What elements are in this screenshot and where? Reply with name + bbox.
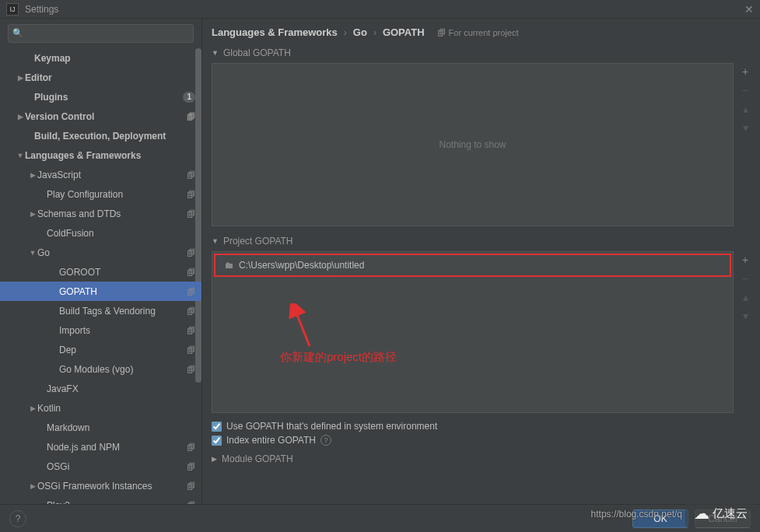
sidebar-item-go-modules-vgo-[interactable]: Go Modules (vgo)🗐 (0, 359, 201, 379)
sidebar-item-label: Imports (59, 325, 184, 336)
scope-icon: 🗐 (437, 28, 446, 37)
move-down-button[interactable]: ▾ (738, 309, 752, 323)
sidebar-item-languages-frameworks[interactable]: Languages & Frameworks (0, 145, 201, 165)
sidebar-item-build-tags-vendoring[interactable]: Build Tags & Vendoring🗐 (0, 301, 201, 320)
search-input[interactable] (8, 24, 194, 43)
section-project-header[interactable]: ▼ Project GOPATH (202, 231, 760, 251)
crumb-sep: › (344, 27, 347, 38)
search-icon: 🔍 (12, 28, 23, 38)
chevron-right-icon (28, 482, 37, 490)
chevron-right-icon: ▶ (212, 455, 217, 463)
chevron-down-icon: ▼ (212, 237, 219, 245)
sidebar-item-version-control[interactable]: Version Control🗐 (0, 107, 201, 126)
main-area: 🔍 KeymapEditorPlugins1Version Control🗐Bu… (0, 19, 760, 504)
sidebar-item-label: Markdown (47, 422, 195, 433)
chevron-right-icon (28, 171, 37, 179)
global-gopath-list[interactable]: Nothing to show (212, 63, 734, 226)
remove-button[interactable]: − (738, 83, 752, 97)
settings-tree[interactable]: KeymapEditorPlugins1Version Control🗐Buil… (0, 48, 201, 504)
sidebar-item-play-configuration[interactable]: Play Configuration🗐 (0, 184, 201, 204)
count-badge: 1 (183, 92, 195, 103)
sidebar-item-label: Go (37, 247, 184, 258)
checkbox[interactable] (212, 422, 222, 432)
project-scope-icon: 🗐 (187, 190, 195, 199)
sidebar-item-osgi[interactable]: OSGi🗐 (0, 457, 201, 476)
global-gopath-panel: Nothing to show + − ▴ ▾ (212, 63, 754, 226)
project-scope-icon: 🗐 (187, 170, 195, 180)
sidebar-item-label: GOPATH (59, 286, 184, 297)
project-list-buttons: + − ▴ ▾ (737, 251, 754, 413)
sidebar-item-label: OSGi (47, 461, 184, 472)
help-icon[interactable]: ? (320, 435, 331, 446)
sidebar-item-label: ColdFusion (47, 228, 195, 239)
scope-badge: 🗐 For current project (437, 28, 519, 37)
scope-text: For current project (449, 28, 519, 37)
project-scope-icon: 🗐 (187, 248, 195, 257)
help-button[interactable]: ? (9, 510, 26, 527)
path-text: C:\Users\wpp\Desktop\untitled (239, 260, 364, 271)
check-index-gopath[interactable]: Index entire GOPATH ? (212, 435, 751, 446)
project-scope-icon: 🗐 (187, 209, 195, 219)
close-icon[interactable]: ✕ (744, 3, 754, 16)
sidebar-item-go[interactable]: Go🗐 (0, 243, 201, 262)
project-scope-icon: 🗐 (187, 287, 195, 296)
check-use-system-gopath[interactable]: Use GOPATH that's defined in system envi… (212, 421, 751, 432)
move-down-button[interactable]: ▾ (738, 121, 752, 135)
sidebar-item-editor[interactable]: Editor (0, 68, 201, 87)
project-gopath-list[interactable]: 🖿 C:\Users\wpp\Desktop\untitled (212, 251, 734, 413)
sidebar-item-label: Languages & Frameworks (25, 150, 195, 161)
sidebar-item-node-js-and-npm[interactable]: Node.js and NPM🗐 (0, 437, 201, 457)
sidebar-item-gopath[interactable]: GOPATH🗐 (0, 282, 201, 301)
sidebar-item-goroot[interactable]: GOROOT🗐 (0, 262, 201, 282)
sidebar-item-play2[interactable]: Play2🗐 (0, 495, 201, 504)
section-module-header[interactable]: ▶ Module GOPATH (202, 449, 760, 469)
sidebar-item-dep[interactable]: Dep🗐 (0, 340, 201, 359)
sidebar-item-schemas-and-dtds[interactable]: Schemas and DTDs🗐 (0, 204, 201, 223)
settings-sidebar: 🔍 KeymapEditorPlugins1Version Control🗐Bu… (0, 19, 202, 504)
sidebar-item-label: Schemas and DTDs (37, 208, 184, 219)
checkbox[interactable] (212, 436, 222, 446)
ide-icon: IJ (6, 3, 19, 16)
sidebar-item-build-execution-deployment[interactable]: Build, Execution, Deployment (0, 126, 201, 145)
sidebar-item-plugins[interactable]: Plugins1 (0, 87, 201, 107)
move-up-button[interactable]: ▴ (738, 290, 752, 304)
sidebar-item-label: Keymap (34, 53, 195, 64)
breadcrumb: Languages & Frameworks › Go › GOPATH 🗐 F… (202, 19, 760, 43)
window-title: Settings (25, 4, 58, 15)
sidebar-item-osgi-framework-instances[interactable]: OSGi Framework Instances🗐 (0, 476, 201, 495)
sidebar-item-coldfusion[interactable]: ColdFusion (0, 223, 201, 243)
options-checks: Use GOPATH that's defined in system envi… (202, 418, 760, 449)
remove-button[interactable]: − (738, 271, 752, 285)
section-module-title: Module GOPATH (222, 453, 293, 464)
sidebar-item-label: Version Control (25, 111, 184, 122)
sidebar-item-javafx[interactable]: JavaFX (0, 379, 201, 398)
add-button[interactable]: + (738, 65, 752, 79)
sidebar-item-label: Node.js and NPM (47, 442, 184, 453)
sidebar-item-label: Play Configuration (47, 189, 184, 200)
add-button[interactable]: + (738, 253, 752, 267)
crumb-mid[interactable]: Go (353, 26, 367, 38)
sidebar-item-label: Editor (25, 72, 195, 83)
move-up-button[interactable]: ▴ (738, 102, 752, 116)
sidebar-item-javascript[interactable]: JavaScript🗐 (0, 165, 201, 184)
project-scope-icon: 🗐 (187, 345, 195, 355)
chevron-right-icon (28, 210, 37, 218)
sidebar-item-label: JavaFX (47, 383, 195, 394)
sidebar-item-label: Kotlin (37, 403, 195, 414)
sidebar-item-kotlin[interactable]: Kotlin (0, 398, 201, 418)
project-gopath-panel: 🖿 C:\Users\wpp\Desktop\untitled + − ▴ ▾ (212, 251, 754, 413)
sidebar-item-keymap[interactable]: Keymap (0, 48, 201, 68)
sidebar-item-imports[interactable]: Imports🗐 (0, 320, 201, 340)
sidebar-item-markdown[interactable]: Markdown (0, 418, 201, 437)
project-scope-icon: 🗐 (187, 462, 195, 471)
search-wrap: 🔍 (0, 19, 201, 48)
section-global-header[interactable]: ▼ Global GOPATH (202, 43, 760, 63)
path-row[interactable]: 🖿 C:\Users\wpp\Desktop\untitled (219, 257, 727, 274)
highlighted-path-box: 🖿 C:\Users\wpp\Desktop\untitled (214, 254, 731, 277)
watermark-logo: ☁ 亿速云 (685, 499, 755, 527)
folder-icon: 🖿 (225, 260, 234, 271)
sidebar-item-label: Plugins (34, 92, 183, 103)
crumb-root[interactable]: Languages & Frameworks (212, 26, 338, 38)
empty-placeholder: Nothing to show (439, 139, 506, 150)
global-list-buttons: + − ▴ ▾ (737, 63, 754, 226)
